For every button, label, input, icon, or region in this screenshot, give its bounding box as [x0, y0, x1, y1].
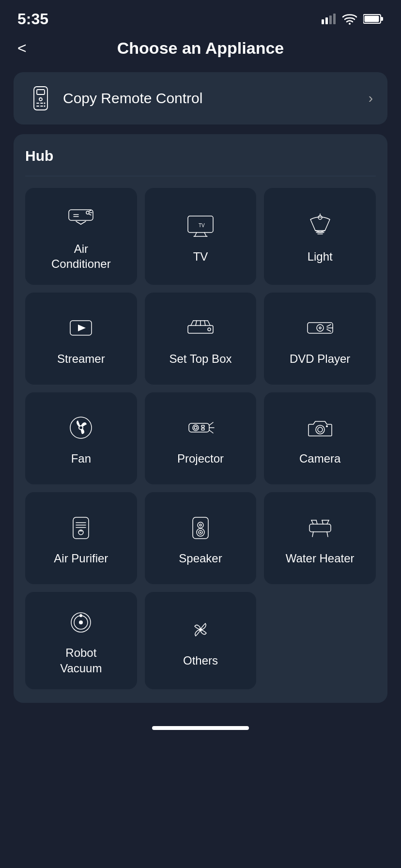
svg-rect-6 [381, 17, 383, 21]
streamer-icon [64, 313, 98, 342]
speaker-icon [184, 513, 217, 542]
tv-icon: TV [184, 211, 217, 240]
svg-line-27 [195, 232, 197, 236]
signal-icon [322, 14, 336, 24]
light-icon [303, 211, 337, 240]
appliance-item-tv[interactable]: TV TV [145, 188, 257, 285]
svg-line-61 [209, 430, 213, 433]
svg-point-56 [194, 426, 197, 429]
svg-point-64 [326, 425, 328, 427]
status-icons [322, 13, 384, 25]
hub-section: Hub AirConditioner [14, 134, 387, 703]
copy-remote-button[interactable]: Copy Remote Control › [14, 72, 387, 124]
air-purifier-icon [64, 513, 98, 542]
svg-point-75 [200, 531, 201, 533]
svg-line-24 [89, 210, 91, 211]
svg-line-59 [209, 422, 213, 425]
svg-point-53 [79, 426, 83, 430]
water-heater-label: Water Heater [286, 551, 355, 566]
robot-vacuum-label: RobotVacuum [60, 645, 102, 675]
tv-label: TV [193, 249, 208, 264]
svg-point-47 [317, 325, 324, 331]
appliance-grid: AirConditioner TV TV [25, 188, 376, 689]
svg-point-22 [86, 211, 89, 214]
projector-icon [184, 413, 217, 442]
appliance-item-dvd-player[interactable]: DVD Player [264, 293, 376, 385]
appliance-item-camera[interactable]: Camera [264, 392, 376, 484]
svg-point-62 [316, 425, 324, 434]
svg-line-83 [312, 532, 313, 537]
water-heater-icon [303, 513, 337, 542]
appliance-item-others[interactable]: Others [145, 592, 257, 689]
fan-label: Fan [71, 451, 91, 466]
hub-label: Hub [25, 148, 376, 164]
back-button[interactable]: < [17, 39, 27, 57]
svg-point-4 [349, 23, 351, 25]
svg-point-72 [200, 524, 201, 526]
svg-point-87 [79, 620, 83, 624]
svg-point-31 [318, 216, 322, 219]
status-time: 5:35 [17, 10, 48, 28]
appliance-item-air-conditioner[interactable]: AirConditioner [25, 188, 137, 285]
svg-rect-65 [73, 517, 89, 539]
svg-line-80 [322, 520, 323, 524]
streamer-label: Streamer [57, 351, 105, 366]
air-conditioner-label: AirConditioner [51, 241, 111, 271]
air-conditioner-icon [64, 203, 98, 232]
fan-icon [64, 413, 98, 442]
dvd-player-icon [303, 313, 337, 342]
svg-line-21 [81, 221, 86, 224]
svg-rect-76 [309, 524, 331, 532]
svg-point-71 [198, 522, 203, 528]
svg-line-40 [196, 321, 197, 326]
appliance-item-air-purifier[interactable]: Air Purifier [25, 492, 137, 584]
svg-rect-57 [201, 425, 204, 427]
status-bar: 5:35 [0, 0, 401, 34]
svg-rect-7 [365, 16, 379, 22]
svg-line-77 [311, 520, 313, 524]
svg-point-45 [208, 328, 211, 331]
appliance-item-projector[interactable]: Projector [145, 392, 257, 484]
svg-line-43 [208, 321, 210, 326]
set-top-box-label: Set Top Box [170, 351, 232, 366]
remote-control-icon [28, 86, 53, 111]
divider [25, 176, 376, 176]
svg-rect-1 [325, 17, 328, 24]
svg-rect-54 [189, 423, 209, 432]
battery-icon [363, 14, 384, 24]
svg-rect-38 [188, 326, 213, 333]
svg-line-39 [191, 321, 193, 326]
home-indicator [0, 716, 401, 738]
svg-rect-58 [201, 428, 204, 430]
svg-rect-3 [333, 14, 336, 24]
svg-point-63 [318, 427, 323, 432]
appliance-item-set-top-box[interactable]: Set Top Box [145, 293, 257, 385]
copy-remote-label: Copy Remote Control [63, 90, 202, 107]
svg-line-42 [204, 321, 205, 326]
projector-label: Projector [177, 451, 224, 466]
appliance-item-water-heater[interactable]: Water Heater [264, 492, 376, 584]
light-label: Light [308, 249, 333, 264]
appliance-item-streamer[interactable]: Streamer [25, 293, 137, 385]
speaker-label: Speaker [179, 551, 222, 566]
svg-text:TV: TV [199, 223, 205, 228]
svg-rect-2 [329, 16, 332, 24]
home-bar [152, 726, 249, 730]
svg-line-20 [76, 221, 81, 224]
svg-line-28 [204, 232, 206, 236]
others-icon [184, 615, 217, 644]
wifi-icon [342, 13, 357, 25]
chevron-right-icon: › [369, 91, 373, 106]
svg-line-25 [89, 214, 91, 215]
svg-point-90 [199, 628, 202, 631]
svg-line-78 [316, 520, 317, 524]
appliance-item-light[interactable]: Light [264, 188, 376, 285]
svg-line-84 [327, 532, 328, 537]
appliance-item-robot-vacuum[interactable]: RobotVacuum [25, 592, 137, 689]
dvd-player-label: DVD Player [290, 351, 350, 366]
svg-point-48 [319, 327, 321, 329]
appliance-item-speaker[interactable]: Speaker [145, 492, 257, 584]
air-purifier-label: Air Purifier [54, 551, 108, 566]
appliance-item-fan[interactable]: Fan [25, 392, 137, 484]
svg-line-81 [327, 520, 329, 524]
